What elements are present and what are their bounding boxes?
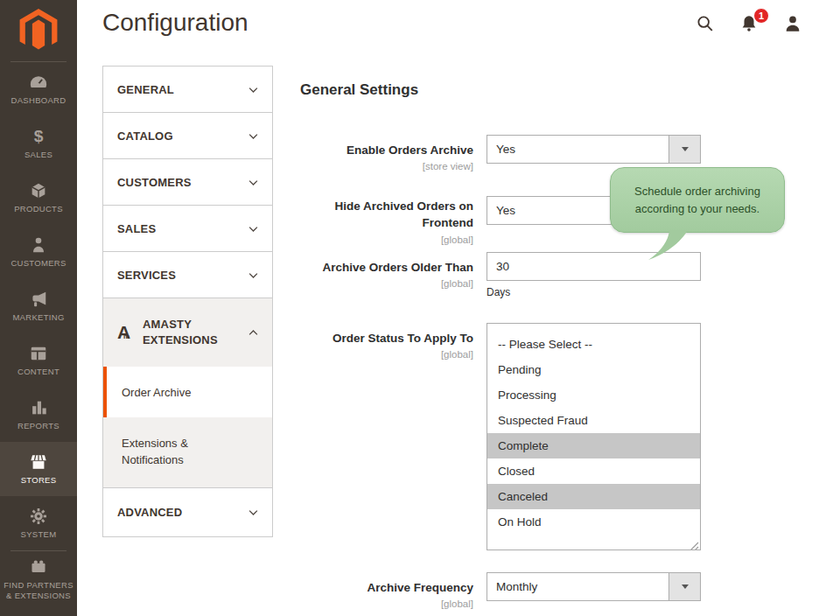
sidebar-item-label: CUSTOMERS — [8, 258, 68, 269]
multiselect-option[interactable]: Pending — [487, 357, 700, 382]
field-scope: [global] — [300, 598, 473, 609]
find-partners-icon — [29, 557, 48, 577]
select-arrow-button[interactable] — [668, 136, 700, 163]
nav-section-general[interactable]: GENERAL — [103, 66, 272, 113]
archive-frequency-select[interactable]: Monthly — [486, 572, 701, 601]
sidebar-item-marketing[interactable]: MARKETING — [0, 279, 77, 333]
enable-orders-archive-select[interactable]: Yes — [486, 135, 701, 164]
multiselect-option[interactable]: Processing — [487, 382, 700, 408]
field-label: Enable Orders Archive — [346, 144, 473, 157]
magento-logo-icon — [19, 9, 58, 52]
products-icon — [29, 181, 48, 200]
magento-admin-configuration-page: DASHBOARD $ SALES PRODUCTS CUSTOMERS — [0, 0, 840, 616]
multiselect-option[interactable]: Suspected Fraud — [487, 408, 700, 433]
multiselect-option-selected[interactable]: Complete — [487, 433, 700, 458]
magento-logo[interactable] — [0, 0, 77, 61]
nav-section-customers[interactable]: CUSTOMERS — [103, 159, 272, 206]
system-icon — [29, 507, 48, 526]
sidebar-item-label: SYSTEM — [18, 529, 60, 540]
sidebar-item-dashboard[interactable]: DASHBOARD — [0, 62, 77, 116]
multiselect-option[interactable]: On Hold — [487, 509, 700, 535]
nav-section-label: SERVICES — [117, 269, 176, 282]
nav-section-advanced[interactable]: ADVANCED — [103, 487, 272, 536]
multiselect-option[interactable]: -- Please Select -- — [487, 332, 700, 357]
field-label: Order Status To Apply To — [332, 332, 473, 345]
field-scope: [store view] — [300, 161, 473, 172]
account-button[interactable] — [782, 13, 803, 34]
order-status-multiselect[interactable]: -- Please Select -- Pending Processing S… — [486, 323, 701, 550]
notifications-button[interactable]: 1 — [738, 13, 760, 34]
search-icon — [696, 14, 715, 33]
schedule-tooltip: Schedule order archiving according to yo… — [610, 167, 785, 233]
svg-text:$: $ — [34, 127, 44, 145]
content-icon — [29, 344, 48, 363]
sidebar-item-label: REPORTS — [15, 421, 62, 431]
nav-section-catalog[interactable]: CATALOG — [103, 113, 272, 159]
chevron-down-icon — [247, 222, 260, 235]
select-arrow-button[interactable] — [668, 573, 700, 600]
sidebar-item-find-partners[interactable]: FIND PARTNERS & EXTENSIONS — [0, 551, 77, 607]
notification-badge: 1 — [753, 8, 769, 24]
user-icon — [783, 14, 802, 33]
admin-sidebar: DASHBOARD $ SALES PRODUCTS CUSTOMERS — [0, 0, 77, 616]
nav-section-label: CATALOG — [117, 130, 173, 143]
sidebar-item-system[interactable]: SYSTEM — [0, 496, 77, 550]
sidebar-item-stores[interactable]: STORES — [0, 442, 77, 496]
sidebar-item-reports[interactable]: REPORTS — [0, 388, 77, 442]
field-label: Hide Archived Orders on Frontend — [334, 200, 473, 229]
nav-section-sales[interactable]: SALES — [103, 206, 272, 252]
sidebar-item-label: MARKETING — [10, 312, 66, 323]
chevron-down-icon — [247, 269, 260, 282]
sales-icon: $ — [29, 127, 48, 146]
chevron-down-icon — [247, 176, 260, 189]
field-label: Archive Frequency — [367, 581, 473, 594]
customers-icon — [29, 235, 48, 255]
field-row-order-status: Order Status To Apply To [global] -- Ple… — [300, 323, 808, 550]
nav-item-order-archive[interactable]: Order Archive — [103, 367, 272, 417]
select-value: Yes — [487, 136, 668, 163]
configuration-nav: GENERAL CATALOG CUSTOMERS SALES — [102, 66, 273, 537]
nav-item-label: Extensions & Notifications — [122, 436, 251, 469]
resize-handle[interactable] — [690, 539, 699, 549]
search-button[interactable] — [695, 13, 716, 34]
sidebar-item-label: PRODUCTS — [11, 204, 66, 214]
nav-item-label: Order Archive — [122, 386, 191, 399]
multiselect-option[interactable]: Closed — [487, 458, 700, 484]
sidebar-item-label: DASHBOARD — [9, 95, 69, 106]
field-label: Archive Orders Older Than — [322, 261, 473, 274]
field-scope: [global] — [300, 234, 473, 245]
select-value: Monthly — [487, 573, 668, 600]
tooltip-tail — [647, 230, 696, 262]
sidebar-item-label: FIND PARTNERS & EXTENSIONS — [0, 580, 77, 601]
reports-icon — [29, 398, 48, 417]
days-suffix-label: Days — [486, 286, 701, 298]
header-actions: 1 — [695, 13, 803, 34]
nav-section-services[interactable]: SERVICES — [103, 252, 272, 298]
field-row-archive-frequency: Archive Frequency [global] Monthly — [300, 572, 808, 609]
nav-section-amasty-extensions[interactable]: A m AMASTY EXTENSIONS — [103, 298, 272, 367]
sidebar-item-label: STORES — [18, 475, 60, 486]
amasty-icon: A m — [117, 322, 136, 343]
page-content: Configuration 1 — [77, 0, 840, 616]
nav-section-label: SALES — [117, 222, 156, 235]
field-row-archive-orders-older-than: Archive Orders Older Than [global] Days — [300, 252, 808, 298]
tooltip-text: Schedule order archiving according to yo… — [610, 167, 785, 233]
nav-section-label: CUSTOMERS — [117, 176, 192, 189]
sidebar-item-content[interactable]: CONTENT — [0, 333, 77, 388]
nav-item-extensions-notifications[interactable]: Extensions & Notifications — [103, 417, 272, 487]
multiselect-option-selected[interactable]: Canceled — [487, 484, 700, 509]
chevron-down-icon — [247, 130, 260, 143]
chevron-down-icon — [247, 506, 260, 519]
caret-down-icon — [682, 147, 689, 151]
amasty-subsections: Order Archive Extensions & Notifications — [103, 367, 272, 487]
general-settings-form: General Settings Enable Orders Archive [… — [300, 74, 808, 616]
chevron-up-icon — [247, 326, 260, 340]
nav-section-label: ADVANCED — [117, 506, 182, 519]
nav-section-label: GENERAL — [117, 83, 174, 96]
caret-down-icon — [682, 584, 689, 589]
sidebar-item-sales[interactable]: $ SALES — [0, 116, 77, 171]
field-row-enable-orders-archive: Enable Orders Archive [store view] Yes — [300, 135, 808, 172]
sidebar-item-customers[interactable]: CUSTOMERS — [0, 225, 77, 279]
dashboard-icon — [29, 73, 48, 92]
sidebar-item-products[interactable]: PRODUCTS — [0, 171, 77, 225]
